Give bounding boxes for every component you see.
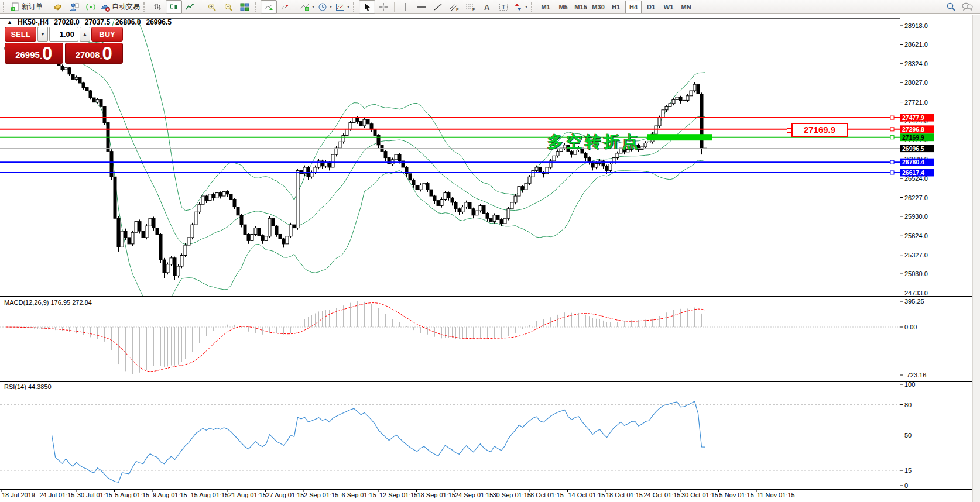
indicators-dropdown-arrow[interactable]: ▾ [312, 4, 314, 9]
fibonacci-tool-button[interactable]: F [462, 0, 479, 14]
templates-dropdown-arrow[interactable]: ▾ [347, 4, 349, 9]
chart-shift-button[interactable] [277, 0, 293, 14]
vertical-line-tool-button[interactable] [397, 0, 413, 14]
trendline-tool-button[interactable] [430, 0, 446, 14]
svg-text:5 Nov 01:15: 5 Nov 01:15 [719, 491, 754, 498]
autotrading-button[interactable]: 自动交易 [99, 0, 142, 14]
candlestick-type-button[interactable] [166, 0, 182, 14]
price-box-anchor-square[interactable] [787, 128, 791, 133]
svg-text:24 Oct 01:15: 24 Oct 01:15 [644, 491, 681, 498]
svg-text:18 Sep 01:15: 18 Sep 01:15 [417, 491, 455, 498]
svg-text:27169.9: 27169.9 [902, 134, 924, 141]
crosshair-icon [379, 2, 388, 12]
channel-tool-button[interactable]: E [446, 0, 462, 14]
window-right-strip [972, 15, 980, 502]
timeframe-h1-button[interactable]: H1 [608, 1, 624, 13]
cursor-tool-button[interactable] [359, 0, 375, 14]
signal-icon [86, 2, 95, 12]
timeframe-d1-button[interactable]: D1 [643, 1, 659, 13]
timeframe-w1-button[interactable]: W1 [660, 1, 677, 13]
toolbar-grip[interactable] [3, 2, 7, 12]
svg-text:24733.0: 24733.0 [904, 290, 928, 297]
volume-input[interactable] [49, 27, 78, 42]
text-label-tool-button[interactable]: T [495, 0, 512, 14]
timeframe-m1-button[interactable]: M1 [537, 1, 554, 13]
svg-text:0: 0 [904, 482, 908, 489]
sell-button[interactable]: SELL [5, 27, 36, 42]
signals-button[interactable] [83, 0, 99, 14]
svg-text:27 Aug 01:15: 27 Aug 01:15 [266, 491, 304, 498]
buy-price-display[interactable]: 27008.0 [65, 43, 124, 64]
arrows-icon [513, 2, 523, 12]
crosshair-tool-button[interactable] [375, 0, 392, 14]
svg-text:18 Oct 01:15: 18 Oct 01:15 [606, 491, 643, 498]
new-order-label: 新订单 [22, 2, 43, 12]
auto-scroll-icon [264, 2, 273, 12]
zoom-out-button[interactable] [220, 0, 237, 14]
chart-canvas[interactable]: 28918.028621.028324.028027.027721.027424… [0, 0, 980, 502]
line-chart-type-button[interactable] [182, 0, 198, 14]
svg-text:F: F [472, 8, 475, 12]
buy-price-big-digit: 0 [102, 45, 112, 63]
profile-button[interactable] [66, 0, 83, 14]
search-button[interactable] [943, 0, 959, 14]
svg-text:T: T [502, 4, 505, 11]
bar-chart-type-button[interactable] [149, 0, 166, 14]
indicators-button[interactable]: ▾ [299, 0, 316, 14]
text-label-icon: T [499, 2, 508, 12]
chart-title-row: ▲ HK50-,H4 27028.0 27037.5 26806.0 26996… [7, 18, 172, 26]
toolbar-grip[interactable] [143, 2, 148, 12]
arrows-tool-button[interactable]: ▾ [512, 0, 529, 14]
svg-text:80: 80 [904, 401, 912, 408]
mt4-window: 新订单 自动交易 [0, 0, 980, 502]
text-icon: A [483, 2, 491, 12]
svg-text:25930.0: 25930.0 [904, 213, 928, 220]
clock-icon [318, 2, 327, 12]
tile-windows-button[interactable] [237, 0, 253, 14]
highlight-bar-annotation[interactable] [647, 134, 712, 140]
svg-text:11 Nov 01:15: 11 Nov 01:15 [757, 491, 795, 498]
templates-button[interactable]: ▾ [334, 0, 351, 14]
volume-decrease-button[interactable]: ▼ [37, 27, 48, 42]
zoom-out-icon [224, 2, 233, 12]
zoom-in-button[interactable] [204, 0, 220, 14]
turning-point-annotation[interactable]: 多空转折点 [547, 131, 641, 152]
chat-button[interactable] [959, 0, 975, 14]
svg-text:24 Jul 01:15: 24 Jul 01:15 [40, 491, 75, 498]
svg-text:25327.0: 25327.0 [904, 252, 928, 259]
svg-text:A: A [484, 3, 490, 12]
timeframe-h4-button[interactable]: H4 [625, 1, 642, 13]
periods-dropdown-arrow[interactable]: ▾ [330, 4, 332, 9]
new-order-button[interactable]: 新订单 [9, 0, 44, 14]
timeframe-m15-button[interactable]: M15 [573, 1, 589, 13]
timeframe-mn-button[interactable]: MN [678, 1, 694, 13]
toolbar-grip[interactable] [353, 2, 357, 12]
text-tool-button[interactable]: A [479, 0, 495, 14]
buy-button[interactable]: BUY [91, 27, 123, 42]
bar-chart-icon [153, 2, 162, 12]
search-icon [946, 2, 956, 12]
svg-text:26780.4: 26780.4 [902, 159, 924, 166]
horizontal-line-tool-button[interactable] [413, 0, 430, 14]
volume-increase-button[interactable]: ▲ [80, 27, 90, 42]
timeframe-m30-button[interactable]: M30 [590, 1, 606, 13]
chart-shift-icon [280, 2, 290, 12]
panel-collapse-arrow[interactable]: ▲ [7, 19, 12, 25]
price-level-box[interactable]: 27169.9 [791, 123, 848, 137]
toolbar-grip[interactable] [531, 2, 535, 12]
template-icon [335, 2, 345, 12]
svg-text:30 Sep 01:15: 30 Sep 01:15 [493, 491, 531, 498]
arrows-dropdown-arrow[interactable]: ▾ [525, 4, 527, 9]
svg-text:2 Sep 01:15: 2 Sep 01:15 [304, 491, 338, 498]
tile-windows-icon [240, 2, 249, 12]
toolbar-grip[interactable] [255, 2, 259, 12]
periods-button[interactable]: ▾ [316, 0, 334, 14]
macd-indicator-label: MACD(12,26,9) 176.95 272.84 [4, 299, 92, 306]
sell-price-display[interactable]: 26995.0 [5, 43, 63, 64]
svg-text:26617.4: 26617.4 [902, 169, 924, 176]
svg-text:26227.0: 26227.0 [904, 194, 928, 201]
svg-text:27721.0: 27721.0 [904, 99, 928, 106]
timeframe-m5-button[interactable]: M5 [555, 1, 571, 13]
auto-scroll-button[interactable] [261, 0, 277, 14]
market-watch-button[interactable] [50, 0, 66, 14]
